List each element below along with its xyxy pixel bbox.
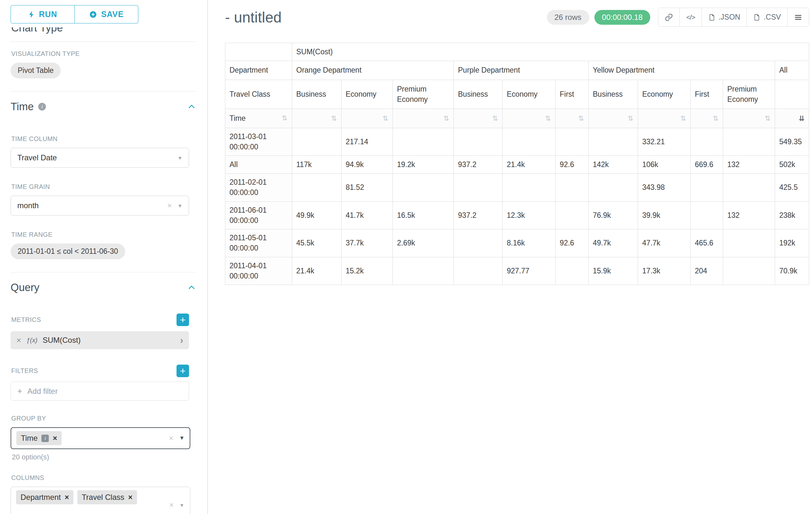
sort-icon[interactable]: ⇅ [713, 114, 719, 123]
time-section-title: Time [10, 101, 34, 113]
run-button[interactable]: RUN [10, 5, 75, 23]
value-cell: 217.14 [342, 128, 393, 156]
sort-cell: ⇅ [638, 109, 691, 128]
chart-header: - untitled 26 rows 00:00:00.18 </> [225, 8, 809, 27]
sort-icon[interactable]: ⇅ [765, 114, 771, 123]
chart-type-section: Chart Type [10, 27, 196, 38]
value-cell [589, 174, 638, 201]
sort-icon[interactable]: ⇅ [331, 114, 337, 123]
columns-tag-travel-class[interactable]: Travel Class × [77, 490, 137, 504]
value-cell: 343.98 [638, 174, 691, 201]
all-class-blank-cell [775, 80, 809, 109]
value-cell: 49.7k [589, 229, 638, 257]
value-cell: 117k [292, 156, 342, 174]
menu-button[interactable] [787, 8, 809, 26]
department-header: Orange Department [292, 61, 454, 80]
caret-down-icon[interactable]: ▼ [179, 503, 184, 508]
sort-cell: ⇅ [556, 109, 589, 128]
sort-cell: ⇅ [292, 109, 342, 128]
remove-icon[interactable]: × [17, 335, 21, 345]
divider [10, 91, 196, 91]
sort-icon[interactable]: ⇊ [799, 114, 805, 123]
time-column-value: Travel Date [17, 153, 177, 162]
remove-icon[interactable]: × [64, 494, 69, 501]
time-range-chip[interactable]: 2011-01-01 ≤ col < 2011-06-30 [10, 244, 125, 259]
copy-link-button[interactable] [658, 8, 679, 26]
metric-chip[interactable]: × ƒ(x) SUM(Cost) › [10, 331, 189, 349]
add-filter-dropzone[interactable]: + Add filter [10, 382, 189, 401]
travel-class-header: First [691, 80, 723, 109]
row-label: 2011-02-01 00:00:00 [225, 174, 292, 201]
metric-header: SUM(Cost) [292, 43, 809, 61]
chevron-up-icon[interactable] [187, 283, 196, 292]
sort-icon[interactable]: ⇅ [680, 114, 686, 123]
clear-icon[interactable]: × [167, 201, 172, 210]
remove-icon[interactable]: × [53, 435, 57, 442]
columns-tag-department[interactable]: Department × [16, 490, 74, 504]
time-column-label: TIME COLUMN [11, 135, 196, 143]
plus-icon: + [17, 386, 22, 396]
value-cell: 94.9k [342, 156, 393, 174]
value-cell: 927.77 [502, 257, 556, 285]
add-filter-label: Add filter [27, 387, 58, 396]
value-cell: 16.5k [393, 201, 454, 229]
value-cell [393, 128, 454, 156]
sort-icon[interactable]: ⇅ [545, 114, 551, 123]
value-cell [723, 128, 775, 156]
clear-icon[interactable]: × [169, 501, 174, 510]
export-json-button[interactable]: .JSON [702, 8, 747, 26]
add-filter-button[interactable]: + [176, 364, 189, 377]
value-cell [454, 128, 502, 156]
sort-icon[interactable]: ⇅ [492, 114, 498, 123]
value-cell: 70.9k [775, 257, 809, 285]
time-grain-select[interactable]: month × ▼ [10, 196, 189, 216]
columns-label: COLUMNS [11, 474, 196, 482]
sort-cell: ⇅ [589, 109, 638, 128]
sort-icon[interactable]: ⇅ [578, 114, 584, 123]
sort-icon[interactable]: ⇅ [628, 114, 634, 123]
value-cell: 937.2 [454, 156, 502, 174]
row-label: 2011-03-01 00:00:00 [225, 128, 292, 156]
value-cell: 106k [638, 156, 691, 174]
code-icon: </> [686, 13, 695, 21]
sort-icon[interactable]: ⇅ [383, 114, 388, 123]
view-query-button[interactable]: </> [679, 8, 701, 26]
file-icon [753, 13, 760, 21]
time-grain-value: month [17, 201, 167, 210]
group-by-select[interactable]: Time i × × ▼ [10, 427, 190, 449]
sort-icon[interactable]: ⇅ [282, 113, 288, 123]
group-by-tag-time[interactable]: Time i × [17, 431, 62, 445]
value-cell: 425.5 [775, 174, 809, 201]
clear-icon[interactable]: × [169, 434, 173, 443]
chevron-up-icon[interactable] [187, 103, 196, 111]
save-button[interactable]: SAVE [75, 5, 139, 23]
pivot-corner-cell [225, 43, 292, 61]
remove-icon[interactable]: × [128, 494, 132, 501]
group-by-options-hint: 20 option(s) [12, 453, 196, 461]
query-timer-badge: 00:00:00.18 [594, 10, 650, 25]
value-cell: 549.35 [775, 128, 809, 156]
visualization-type-chip[interactable]: Pivot Table [10, 63, 61, 78]
json-label: .JSON [719, 13, 741, 22]
sort-icon[interactable]: ⇅ [443, 114, 449, 123]
value-cell: 76.9k [589, 201, 638, 229]
time-column-select[interactable]: Travel Date ▼ [10, 148, 189, 168]
lightning-bolt-icon [28, 10, 35, 19]
sort-cell: ⇅ [723, 109, 775, 128]
export-csv-button[interactable]: .CSV [747, 8, 787, 26]
chevron-right-icon[interactable]: › [180, 335, 183, 346]
value-cell: 15.9k [589, 257, 638, 285]
file-icon [708, 13, 716, 21]
filters-label: FILTERS [11, 367, 38, 375]
value-cell [589, 128, 638, 156]
add-metric-button[interactable]: + [176, 314, 189, 326]
travel-class-axis-label: Travel Class [225, 80, 292, 109]
value-cell: 238k [775, 201, 809, 229]
plus-circle-icon [89, 10, 97, 19]
value-cell [454, 257, 502, 285]
divider [10, 272, 196, 272]
caret-down-icon[interactable]: ▼ [179, 435, 184, 441]
columns-select[interactable]: Department × Travel Class × × ▼ [10, 487, 190, 514]
tag-label: Travel Class [82, 493, 124, 502]
value-cell: 465.6 [691, 229, 723, 257]
